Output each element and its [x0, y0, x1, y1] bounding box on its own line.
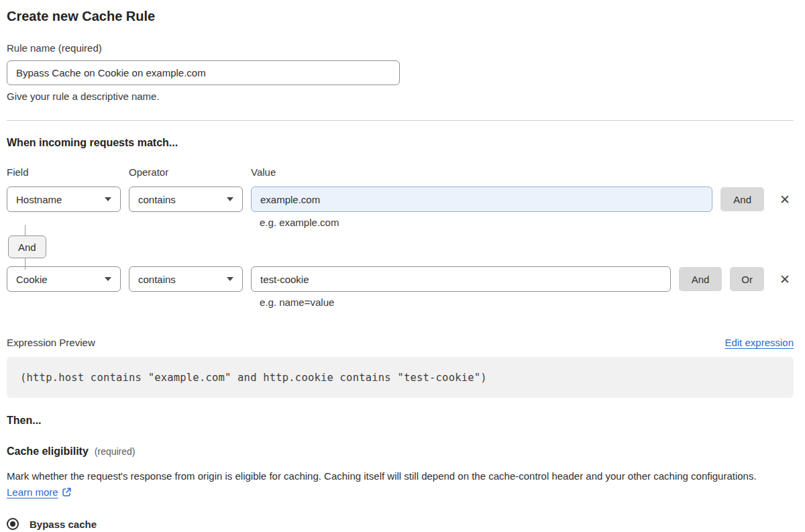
radio-label: Bypass cache — [30, 519, 97, 530]
cache-eligibility-description: Mark whether the request's response from… — [7, 468, 785, 502]
radio-selected-icon[interactable] — [7, 518, 19, 530]
create-cache-rule-form: Create new Cache Rule Rule name (require… — [0, 0, 805, 532]
condition-column-headers: Field Operator Value — [7, 166, 794, 178]
condition-row: Hostname contains And ✕ — [7, 187, 794, 212]
chevron-down-icon — [105, 197, 111, 201]
remove-condition-button[interactable]: ✕ — [776, 270, 794, 288]
chevron-down-icon — [227, 197, 233, 201]
page-title: Create new Cache Rule — [7, 8, 794, 24]
operator-select[interactable]: contains — [129, 187, 243, 212]
rule-name-label: Rule name (required) — [7, 42, 794, 54]
expression-preview-header: Expression Preview Edit expression — [7, 337, 794, 348]
rule-name-input[interactable] — [7, 60, 400, 85]
expression-code-block: (http.host contains "example.com" and ht… — [7, 357, 794, 398]
radio-option-bypass-cache[interactable]: Bypass cache — [7, 518, 794, 530]
value-column-label: Value — [251, 166, 794, 178]
match-section-heading: When incoming requests match... — [7, 136, 794, 150]
chevron-down-icon — [227, 277, 233, 281]
value-helper: e.g. name=value — [260, 297, 794, 308]
operator-select-value: contains — [138, 274, 176, 285]
external-link-icon — [62, 486, 72, 502]
condition-connector: And — [8, 228, 794, 266]
rule-name-helper: Give your rule a descriptive name. — [7, 91, 794, 103]
and-button[interactable]: And — [679, 267, 722, 291]
connector-and-button[interactable]: And — [8, 235, 46, 258]
edit-expression-link[interactable]: Edit expression — [724, 337, 794, 348]
operator-column-label: Operator — [129, 166, 251, 178]
field-select[interactable]: Hostname — [7, 187, 121, 212]
expression-code: (http.host contains "example.com" and ht… — [20, 372, 487, 384]
cache-eligibility-heading: Cache eligibility (required) — [7, 445, 794, 458]
operator-select-value: contains — [138, 194, 176, 205]
field-select[interactable]: Cookie — [7, 266, 121, 292]
field-select-value: Hostname — [16, 194, 62, 205]
required-note: (required) — [95, 446, 136, 457]
operator-select[interactable]: contains — [129, 266, 243, 292]
value-input[interactable] — [251, 266, 671, 292]
expression-preview-label: Expression Preview — [7, 337, 95, 348]
field-select-value: Cookie — [16, 274, 48, 285]
then-heading: Then... — [7, 415, 794, 427]
cache-eligibility-title: Cache eligibility — [7, 445, 89, 458]
value-helper: e.g. example.com — [260, 217, 794, 228]
and-button[interactable]: And — [720, 187, 764, 211]
description-text: Mark whether the request's response from… — [7, 470, 757, 482]
learn-more-link[interactable]: Learn more — [7, 486, 58, 498]
section-divider — [7, 120, 794, 121]
field-column-label: Field — [7, 166, 129, 178]
chevron-down-icon — [105, 277, 111, 281]
value-input[interactable] — [251, 187, 712, 212]
or-button[interactable]: Or — [730, 267, 764, 291]
condition-row: Cookie contains And Or ✕ — [7, 266, 794, 292]
remove-condition-button[interactable]: ✕ — [776, 191, 794, 208]
